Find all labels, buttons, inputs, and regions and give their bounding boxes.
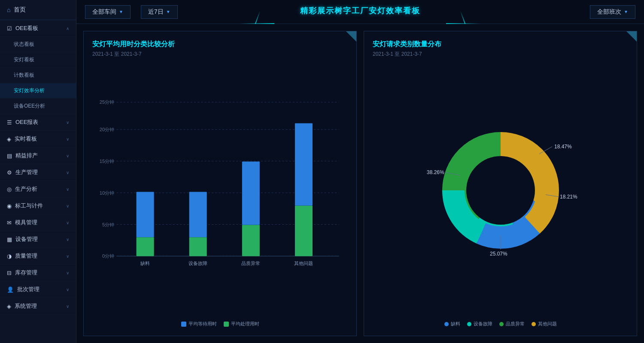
filter-workshop[interactable]: 全部车间 ▼ xyxy=(85,5,131,19)
legend-device-dot xyxy=(467,322,471,326)
mold-icon: ✉ xyxy=(7,220,12,226)
analysis-icon: ◎ xyxy=(7,186,12,193)
sidebar-item-andon-efficiency[interactable]: 安灯效率分析 xyxy=(0,83,76,99)
report-icon: ☰ xyxy=(7,119,12,126)
sidebar-item-prod-analysis[interactable]: ◎ 生产分析 ∨ xyxy=(0,181,76,198)
svg-rect-19 xyxy=(242,225,260,256)
donut-chart-title: 安灯请求类别数量分布 xyxy=(373,40,628,49)
sidebar-home[interactable]: ⌂ 首页 xyxy=(0,0,76,20)
home-label: 首页 xyxy=(14,6,26,14)
warehouse-mgmt-label: 库存管理 xyxy=(15,269,37,277)
filter-workshop-label: 全部车间 xyxy=(92,8,116,16)
oee-board-icon: ☑ xyxy=(7,25,12,32)
filter-shift-arrow: ▼ xyxy=(624,9,628,14)
svg-text:25分钟: 25分钟 xyxy=(100,99,115,105)
svg-rect-22 xyxy=(295,205,313,256)
svg-text:5分钟: 5分钟 xyxy=(102,222,114,227)
legend-device: 设备故障 xyxy=(467,321,492,327)
sidebar-item-realtime[interactable]: ◈ 实时看板 ∨ xyxy=(0,131,76,147)
sidebar-item-quality-mgmt[interactable]: ◑ 质量管理 ∨ xyxy=(0,248,76,265)
main-content: 全部车间 ▼ 近7日 ▼ xyxy=(76,0,644,343)
donut-chart-legend: 缺料 设备故障 品质异常 其他问题 xyxy=(373,321,628,327)
svg-rect-13 xyxy=(137,237,154,256)
donut-chart-area: 18.47% 18.21% 25.07% 38.26% xyxy=(373,65,628,316)
donut-chart-subtitle: 2021-3-1 至 2021-3-7 xyxy=(373,51,628,58)
sidebar-item-andon-board[interactable]: 安灯看板 xyxy=(0,52,76,68)
chevron-down-icon: ∨ xyxy=(66,271,69,275)
legend-other-label: 其他问题 xyxy=(538,321,557,327)
home-icon: ⌂ xyxy=(7,6,10,13)
bar-chart-subtitle: 2021-3-1 至 2021-3-7 xyxy=(92,51,348,58)
sidebar-item-oee-board[interactable]: ☑ OEE看板 ∧ xyxy=(0,20,76,37)
legend-quality-dot xyxy=(499,322,504,326)
filter-period-label: 近7日 xyxy=(148,8,164,16)
svg-text:设备故障: 设备故障 xyxy=(188,261,207,266)
chevron-down-icon: ∨ xyxy=(66,237,69,242)
content-area: 安灯平均用时分类比较分析 2021-3-1 至 2021-3-7 0分钟 5分钟… xyxy=(76,24,644,343)
device-icon: ▦ xyxy=(7,236,12,243)
legend-shortage-label: 缺料 xyxy=(451,321,460,327)
chevron-down-icon: ∨ xyxy=(66,153,69,158)
legend-wait: 平均等待用时 xyxy=(181,321,217,327)
legend-wait-label: 平均等待用时 xyxy=(188,321,217,327)
label-count-label: 标工与计件 xyxy=(15,202,43,210)
realtime-icon: ◈ xyxy=(7,136,11,142)
sidebar-item-count-board[interactable]: 计数看板 xyxy=(0,68,76,83)
donut-label-other: 38.26% xyxy=(427,169,444,175)
chevron-down-icon: ∨ xyxy=(66,204,69,208)
sidebar-item-batch-mgmt[interactable]: 👤 批次管理 ∨ xyxy=(0,281,76,298)
bar-chart-svg: 0分钟 5分钟 10分钟 15分钟 20分钟 25分钟 xyxy=(92,65,348,316)
chevron-down-icon: ∨ xyxy=(66,220,69,225)
chevron-down-icon: ∨ xyxy=(66,287,69,292)
svg-text:缺料: 缺料 xyxy=(140,261,150,266)
realtime-label: 实时看板 xyxy=(15,135,37,143)
quality-mgmt-label: 质量管理 xyxy=(15,252,37,260)
legend-quality: 品质异常 xyxy=(499,321,525,327)
filter-period[interactable]: 近7日 ▼ xyxy=(141,5,178,19)
legend-process: 平均处理用时 xyxy=(224,321,259,327)
oee-board-label: OEE看板 xyxy=(15,24,38,32)
page-title: 精彩展示树字工厂安灯效率看板 xyxy=(240,6,480,16)
system-icon: ◈ xyxy=(7,303,11,310)
prod-icon: ⚙ xyxy=(7,169,12,176)
topbar: 全部车间 ▼ 近7日 ▼ xyxy=(76,0,644,24)
svg-text:10分钟: 10分钟 xyxy=(100,190,115,196)
sidebar-item-device-oee[interactable]: 设备OEE分析 xyxy=(0,99,76,114)
device-mgmt-label: 设备管理 xyxy=(15,235,38,243)
prod-mgmt-label: 生产管理 xyxy=(15,168,38,176)
sidebar: ⌂ 首页 ☑ OEE看板 ∧ 状态看板 安灯看板 计数看板 安灯效率分析 设备O… xyxy=(0,0,76,343)
sidebar-item-mold-mgmt[interactable]: ✉ 模具管理 ∨ xyxy=(0,214,76,231)
system-mgmt-label: 系统管理 xyxy=(15,302,37,310)
sidebar-item-status-board[interactable]: 状态看板 xyxy=(0,37,76,52)
filter-shift[interactable]: 全部班次 ▼ xyxy=(590,5,635,19)
donut-label-quality: 25.07% xyxy=(490,251,507,257)
label-icon: ◉ xyxy=(7,203,12,209)
svg-rect-20 xyxy=(242,162,260,225)
mold-mgmt-label: 模具管理 xyxy=(15,219,37,226)
chevron-down-icon: ∨ xyxy=(66,137,69,141)
filter-period-arrow: ▼ xyxy=(166,9,170,14)
prod-analysis-label: 生产分析 xyxy=(15,185,37,193)
lean-icon: ▤ xyxy=(7,153,12,159)
sidebar-item-device-mgmt[interactable]: ▦ 设备管理 ∨ xyxy=(0,231,76,248)
filter-shift-label: 全部班次 xyxy=(597,8,621,16)
legend-device-label: 设备故障 xyxy=(474,321,492,327)
svg-text:20分钟: 20分钟 xyxy=(100,127,115,132)
sidebar-item-lean[interactable]: ▤ 精益排产 ∨ xyxy=(0,147,76,164)
svg-rect-14 xyxy=(137,192,154,238)
bar-chart-title: 安灯平均用时分类比较分析 xyxy=(92,40,348,49)
sidebar-item-system-mgmt[interactable]: ◈ 系统管理 ∨ xyxy=(0,298,76,315)
sidebar-item-prod-mgmt[interactable]: ⚙ 生产管理 ∨ xyxy=(0,164,76,181)
oee-report-label: OEE报表 xyxy=(15,118,38,126)
sidebar-item-warehouse-mgmt[interactable]: ⊟ 库存管理 ∨ xyxy=(0,265,76,281)
svg-rect-16 xyxy=(189,237,207,256)
chevron-down-icon: ∧ xyxy=(66,26,69,31)
sidebar-item-label-count[interactable]: ◉ 标工与计件 ∨ xyxy=(0,198,76,214)
sidebar-item-oee-report[interactable]: ☰ OEE报表 ∨ xyxy=(0,114,76,131)
batch-icon: 👤 xyxy=(7,286,14,293)
chevron-down-icon: ∨ xyxy=(66,304,69,309)
batch-mgmt-label: 批次管理 xyxy=(17,286,39,293)
legend-process-color xyxy=(224,322,229,327)
chevron-down-icon: ∨ xyxy=(66,120,69,125)
bar-chart-legend: 平均等待用时 平均处理用时 xyxy=(92,321,348,327)
